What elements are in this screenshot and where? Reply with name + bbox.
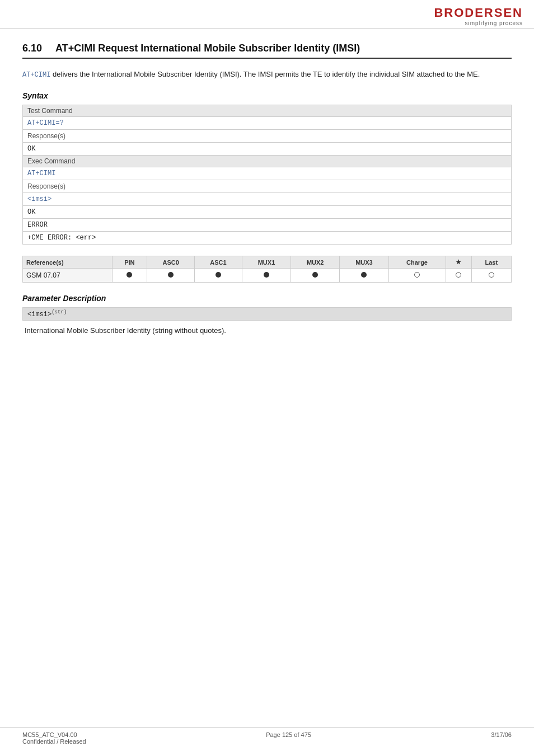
ref-mux2-dot: [291, 269, 340, 283]
test-response-label-row: Response(s): [23, 130, 512, 143]
section-heading: 6.10 AT+CIMI Request International Mobil…: [22, 43, 512, 59]
col-header-ref: Reference(s): [23, 256, 113, 269]
test-command-header-row: Test Command: [23, 105, 512, 117]
ref-last-dot: [471, 269, 511, 283]
test-command-label: Test Command: [23, 105, 512, 117]
exec-response-label: Response(s): [23, 180, 512, 193]
dot-pin: [127, 272, 132, 278]
col-header-mux1: MUX1: [242, 256, 291, 269]
dot-mux2: [312, 272, 318, 278]
test-response-ok: OK: [23, 143, 512, 156]
ref-pin-dot: [112, 269, 147, 283]
ref-charge-dot: [388, 269, 446, 283]
footer-doc-id: MC55_ATC_V04.00: [22, 731, 86, 738]
footer-page: Page 125 of 475: [266, 731, 311, 745]
col-header-icon: ★: [446, 256, 471, 269]
exec-response-imsi: <imsi>: [23, 193, 512, 206]
col-header-mux3: MUX3: [340, 256, 388, 269]
test-response-label: Response(s): [23, 130, 512, 143]
ref-gsm: GSM 07.07: [23, 269, 113, 283]
exec-command-label: Exec Command: [23, 156, 512, 167]
col-header-charge: Charge: [388, 256, 446, 269]
brand-name: BRODERSEN: [434, 6, 523, 20]
col-header-last: Last: [471, 256, 511, 269]
ref-icon-dot: [446, 269, 471, 283]
dot-asc0: [168, 272, 174, 278]
exec-response-cme-row: +CME ERROR: <err>: [23, 232, 512, 245]
param-imsi-description: International Mobile Subscriber Identity…: [22, 321, 512, 341]
exec-command-code-row: AT+CIMI: [23, 167, 512, 180]
col-header-asc1: ASC1: [195, 256, 242, 269]
param-imsi-type: (str): [51, 309, 67, 315]
at-cimi-link[interactable]: AT+CIMI: [22, 71, 50, 79]
section-number: 6.10: [22, 43, 42, 54]
ref-table-row: GSM 07.07: [23, 269, 512, 283]
ref-asc0-dot: [147, 269, 195, 283]
col-header-asc0: ASC0: [147, 256, 195, 269]
logo: BRODERSEN simplifying process: [434, 6, 523, 26]
dot-last: [489, 272, 494, 278]
page-footer: MC55_ATC_V04.00 Confidential / Released …: [0, 727, 534, 745]
brand-tagline: simplifying process: [434, 20, 523, 26]
footer-left: MC55_ATC_V04.00 Confidential / Released: [22, 731, 86, 745]
exec-response-error: ERROR: [23, 219, 512, 232]
exec-response-imsi-row: <imsi>: [23, 193, 512, 206]
param-desc-heading: Parameter Description: [22, 294, 512, 303]
syntax-table: Test Command AT+CIMI=? Response(s) OK Ex…: [22, 105, 512, 245]
test-command-code-row: AT+CIMI=?: [23, 117, 512, 130]
description-paragraph: AT+CIMI delivers the International Mobil…: [22, 69, 512, 80]
test-response-ok-row: OK: [23, 143, 512, 156]
dot-mux1: [264, 272, 269, 278]
exec-response-error-row: ERROR: [23, 219, 512, 232]
exec-command-header-row: Exec Command: [23, 156, 512, 167]
ref-mux1-dot: [242, 269, 291, 283]
ref-table-header-row: Reference(s) PIN ASC0 ASC1 MUX1 MUX2 MUX…: [23, 256, 512, 269]
dot-mux3: [361, 272, 367, 278]
exec-command-code: AT+CIMI: [23, 167, 512, 180]
dot-icon: [456, 272, 461, 278]
description-text: delivers the International Mobile Subscr…: [50, 70, 480, 78]
main-content: 6.10 AT+CIMI Request International Mobil…: [0, 29, 534, 363]
syntax-heading: Syntax: [22, 91, 512, 100]
test-command-code: AT+CIMI=?: [23, 117, 512, 130]
dot-charge: [414, 272, 420, 278]
exec-response-ok-row: OK: [23, 206, 512, 219]
reference-table: Reference(s) PIN ASC0 ASC1 MUX1 MUX2 MUX…: [22, 256, 512, 283]
footer-status: Confidential / Released: [22, 738, 86, 745]
param-imsi-header: <imsi>(str): [22, 307, 512, 321]
exec-response-cme: +CME ERROR: <err>: [23, 232, 512, 245]
page-header: BRODERSEN simplifying process: [0, 0, 534, 29]
ref-mux3-dot: [340, 269, 388, 283]
footer-date: 3/17/06: [491, 731, 512, 745]
col-header-mux2: MUX2: [291, 256, 340, 269]
ref-asc1-dot: [195, 269, 242, 283]
exec-response-label-row: Response(s): [23, 180, 512, 193]
param-imsi-name: <imsi>: [27, 311, 51, 318]
col-header-pin: PIN: [112, 256, 147, 269]
section-title: AT+CIMI Request International Mobile Sub…: [55, 43, 360, 54]
exec-response-ok: OK: [23, 206, 512, 219]
dot-asc1: [216, 272, 221, 278]
